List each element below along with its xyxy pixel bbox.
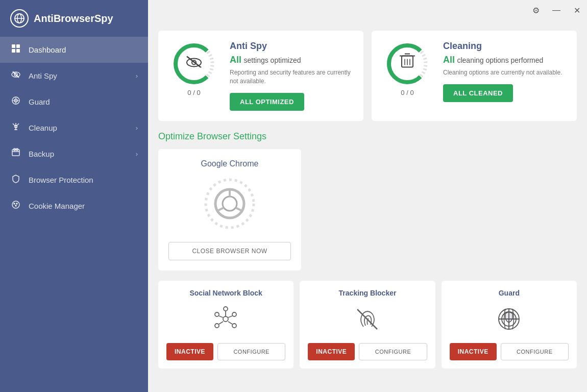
browser-icon	[202, 176, 258, 232]
svg-point-24	[14, 203, 15, 204]
guard-inactive-button[interactable]: INACTIVE	[450, 343, 497, 360]
sidebar-item-label: Cookie Manager	[29, 202, 85, 210]
chevron-right-icon: ›	[136, 124, 138, 132]
sidebar-item-cookie-manager[interactable]: Cookie Manager	[0, 193, 148, 219]
guard-configure-button[interactable]: CONFIGURE	[501, 343, 569, 360]
logo: AntiBrowserSpy	[0, 0, 148, 37]
svg-point-42	[223, 197, 237, 211]
browser-name: Google Chrome	[201, 159, 259, 168]
sidebar-item-backup[interactable]: Backup ›	[0, 141, 148, 167]
svg-point-46	[223, 316, 228, 322]
sidebar: AntiBrowserSpy Dashboard Anti Spy › Guar…	[0, 0, 148, 392]
sidebar-item-label: Anti Spy	[29, 71, 57, 80]
guard-icon	[10, 96, 21, 108]
tracking-blocker-configure-button[interactable]: CONFIGURE	[359, 343, 427, 360]
svg-rect-19	[12, 150, 19, 156]
sidebar-item-guard[interactable]: Guard	[0, 89, 148, 115]
guard-bottom-card: Guard	[442, 281, 577, 369]
cleaning-card: 0 / 0 Cleaning All cleaning options perf…	[372, 31, 577, 121]
sidebar-item-label: Browser Protection	[29, 176, 93, 184]
sidebar-item-label: Cleanup	[29, 124, 57, 132]
eye-slash-icon	[185, 55, 203, 71]
close-button[interactable]: ✕	[567, 0, 587, 20]
browser-card: Google Chrome	[158, 149, 301, 271]
svg-point-23	[12, 201, 19, 208]
cleanup-icon	[10, 122, 21, 134]
guard-title: Guard	[499, 289, 520, 297]
social-network-buttons: INACTIVE CONFIGURE	[166, 343, 285, 360]
svg-line-51	[219, 316, 223, 317]
cleaning-title: Cleaning	[443, 41, 567, 52]
app-name: AntiBrowserSpy	[34, 13, 113, 24]
minimize-button[interactable]: —	[546, 0, 567, 20]
close-browser-button[interactable]: CLOSE BROWSER NOW	[168, 242, 291, 260]
svg-rect-5	[12, 49, 15, 53]
cleaning-count: 0 / 0	[401, 89, 413, 96]
dashboard-icon	[10, 44, 21, 56]
svg-line-53	[219, 322, 223, 324]
social-network-icon	[212, 304, 240, 335]
main-content: ⚙ — ✕	[148, 0, 587, 392]
sidebar-item-label: Dashboard	[29, 45, 66, 54]
anti-spy-subtitle: All settings optimized	[230, 55, 353, 65]
anti-spy-card: 0 / 0 Anti Spy All settings optimized Re…	[158, 31, 363, 121]
svg-point-48	[232, 312, 236, 316]
settings-button[interactable]: ⚙	[526, 0, 546, 20]
tracking-blocker-inactive-button[interactable]: INACTIVE	[308, 343, 355, 360]
chevron-right-icon: ›	[136, 150, 138, 158]
sidebar-item-browser-protection[interactable]: Browser Protection	[0, 167, 148, 193]
anti-spy-title: Anti Spy	[230, 41, 353, 52]
tracking-blocker-card: Tracking Blocker INACTIVE CONFIGURE	[300, 281, 435, 369]
all-cleaned-button[interactable]: ALL CLEANED	[443, 84, 513, 102]
anti-spy-info: Anti Spy All settings optimized Reportin…	[230, 41, 353, 111]
svg-point-50	[232, 324, 236, 328]
sidebar-nav: Dashboard Anti Spy › Guard Cleanup ›	[0, 37, 148, 392]
cleaning-gauge: 0 / 0	[382, 41, 433, 96]
social-network-block-card: Social Network Block	[158, 281, 294, 369]
chevron-right-icon: ›	[136, 72, 138, 80]
sidebar-item-label: Backup	[29, 150, 54, 158]
svg-point-55	[224, 307, 228, 311]
top-cards: 0 / 0 Anti Spy All settings optimized Re…	[158, 31, 577, 121]
svg-point-25	[16, 203, 17, 204]
backup-icon	[10, 148, 21, 160]
cleaning-info: Cleaning All cleaning options performed …	[443, 41, 567, 102]
all-optimized-button[interactable]: ALL OPTIMIZED	[230, 93, 304, 111]
optimize-title: Optimize Browser Settings	[158, 131, 577, 142]
guard-buttons: INACTIVE CONFIGURE	[450, 343, 569, 360]
anti-spy-icon	[10, 70, 21, 82]
social-network-inactive-button[interactable]: INACTIVE	[166, 343, 213, 360]
cleaning-desc: Cleaning options are currently not avail…	[443, 68, 567, 77]
svg-rect-3	[12, 44, 15, 48]
trash-icon	[400, 52, 415, 72]
tracking-blocker-buttons: INACTIVE CONFIGURE	[308, 343, 427, 360]
social-network-configure-button[interactable]: CONFIGURE	[217, 343, 285, 360]
titlebar: ⚙ — ✕	[526, 0, 587, 20]
svg-point-26	[15, 205, 16, 206]
optimize-section: Optimize Browser Settings Google Chrome	[158, 131, 577, 271]
svg-line-44	[236, 208, 242, 211]
svg-point-49	[215, 324, 219, 328]
svg-line-52	[228, 316, 232, 317]
cookie-manager-icon	[10, 200, 21, 212]
browser-protection-icon	[10, 174, 21, 186]
logo-icon	[10, 9, 29, 28]
svg-point-47	[215, 312, 219, 316]
social-network-title: Social Network Block	[189, 289, 262, 297]
sidebar-item-dashboard[interactable]: Dashboard	[0, 37, 148, 63]
sidebar-item-anti-spy[interactable]: Anti Spy ›	[0, 63, 148, 89]
tracking-blocker-icon	[353, 304, 381, 335]
guard-icon	[495, 304, 523, 335]
svg-rect-4	[16, 44, 20, 48]
cleaning-subtitle: All cleaning options performed	[443, 55, 567, 65]
anti-spy-desc: Reporting and security features are curr…	[230, 68, 353, 86]
svg-point-40	[206, 180, 254, 228]
svg-line-54	[228, 322, 232, 324]
anti-spy-gauge: 0 / 0	[168, 41, 219, 96]
bottom-cards-row: Social Network Block	[158, 281, 577, 369]
svg-line-45	[217, 208, 224, 211]
sidebar-item-cleanup[interactable]: Cleanup ›	[0, 115, 148, 141]
tracking-blocker-title: Tracking Blocker	[339, 289, 397, 297]
sidebar-item-label: Guard	[29, 97, 50, 106]
anti-spy-count: 0 / 0	[187, 89, 200, 96]
